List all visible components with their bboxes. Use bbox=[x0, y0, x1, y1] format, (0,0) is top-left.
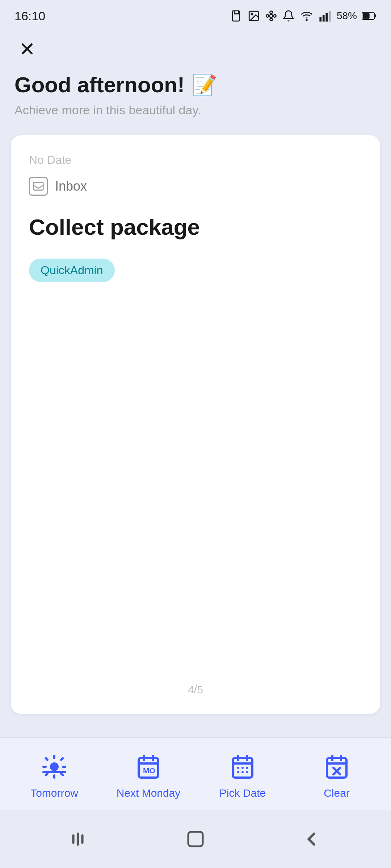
svg-rect-53 bbox=[188, 832, 203, 846]
greeting-text: Good afternoon! bbox=[14, 72, 185, 97]
signal-icon bbox=[319, 10, 332, 22]
svg-line-26 bbox=[46, 774, 47, 775]
svg-point-43 bbox=[246, 771, 248, 773]
svg-point-39 bbox=[241, 767, 244, 769]
svg-point-2 bbox=[251, 13, 253, 15]
wifi-icon bbox=[300, 10, 314, 22]
greeting-emoji: 📝 bbox=[192, 73, 217, 97]
task-tag: QuickAdmin bbox=[29, 259, 115, 282]
flower-icon bbox=[265, 10, 277, 22]
header-subtitle: Achieve more in this beautiful day. bbox=[14, 103, 377, 117]
inbox-label: Inbox bbox=[55, 179, 87, 194]
nav-menu-button[interactable] bbox=[62, 825, 98, 854]
tomorrow-icon bbox=[40, 752, 69, 781]
svg-point-5 bbox=[270, 18, 272, 21]
task-title: Collect package bbox=[29, 214, 362, 241]
clear-icon bbox=[322, 752, 351, 781]
clear-action[interactable]: Clear bbox=[290, 752, 384, 799]
close-button[interactable] bbox=[14, 36, 40, 61]
nav-back-button[interactable] bbox=[293, 825, 329, 854]
nav-bar bbox=[0, 810, 391, 868]
task-card: No Date Inbox Collect package QuickAdmin… bbox=[11, 135, 380, 714]
svg-rect-14 bbox=[374, 14, 376, 18]
svg-point-6 bbox=[266, 14, 269, 17]
nav-home-button[interactable] bbox=[177, 825, 214, 854]
svg-point-4 bbox=[270, 11, 272, 14]
svg-rect-11 bbox=[325, 13, 328, 22]
pick-date-action[interactable]: Pick Date bbox=[196, 752, 290, 799]
svg-point-8 bbox=[306, 20, 307, 21]
status-icons: 58% bbox=[230, 10, 377, 22]
status-time: 16:10 bbox=[14, 9, 45, 23]
header: Good afternoon! 📝 Achieve more in this b… bbox=[0, 69, 391, 128]
svg-point-41 bbox=[237, 771, 239, 773]
svg-rect-10 bbox=[323, 15, 325, 21]
svg-line-27 bbox=[61, 758, 63, 760]
pick-date-label: Pick Date bbox=[219, 787, 266, 799]
bell-icon bbox=[282, 10, 295, 22]
svg-point-40 bbox=[246, 767, 248, 769]
inbox-icon bbox=[29, 177, 48, 196]
svg-rect-15 bbox=[363, 13, 370, 19]
svg-line-22 bbox=[46, 758, 47, 760]
battery-text: 58% bbox=[337, 10, 357, 22]
inbox-row: Inbox bbox=[29, 177, 362, 196]
svg-line-23 bbox=[61, 774, 63, 775]
next-monday-action[interactable]: MO Next Monday bbox=[101, 752, 196, 799]
sd-icon bbox=[230, 10, 243, 22]
svg-point-3 bbox=[270, 14, 273, 18]
svg-point-7 bbox=[273, 14, 276, 17]
tomorrow-action[interactable]: Tomorrow bbox=[7, 752, 101, 799]
clear-label: Clear bbox=[324, 787, 350, 799]
bottom-actions-bar: Tomorrow MO Next Monday bbox=[0, 737, 391, 810]
image-icon bbox=[248, 10, 260, 22]
no-date-label: No Date bbox=[29, 153, 362, 167]
card-counter: 4/5 bbox=[188, 684, 203, 696]
pick-date-icon bbox=[228, 752, 257, 781]
header-greeting-row: Good afternoon! 📝 bbox=[14, 72, 377, 97]
battery-icon bbox=[362, 11, 377, 21]
svg-rect-12 bbox=[329, 11, 331, 22]
svg-point-38 bbox=[237, 767, 239, 769]
svg-rect-44 bbox=[327, 758, 346, 778]
svg-text:MO: MO bbox=[143, 766, 155, 775]
tomorrow-label: Tomorrow bbox=[30, 787, 78, 799]
status-bar: 16:10 58% bbox=[0, 0, 391, 29]
svg-rect-9 bbox=[319, 17, 321, 22]
next-monday-icon: MO bbox=[134, 752, 163, 781]
svg-point-42 bbox=[241, 771, 244, 773]
next-monday-label: Next Monday bbox=[117, 787, 181, 799]
